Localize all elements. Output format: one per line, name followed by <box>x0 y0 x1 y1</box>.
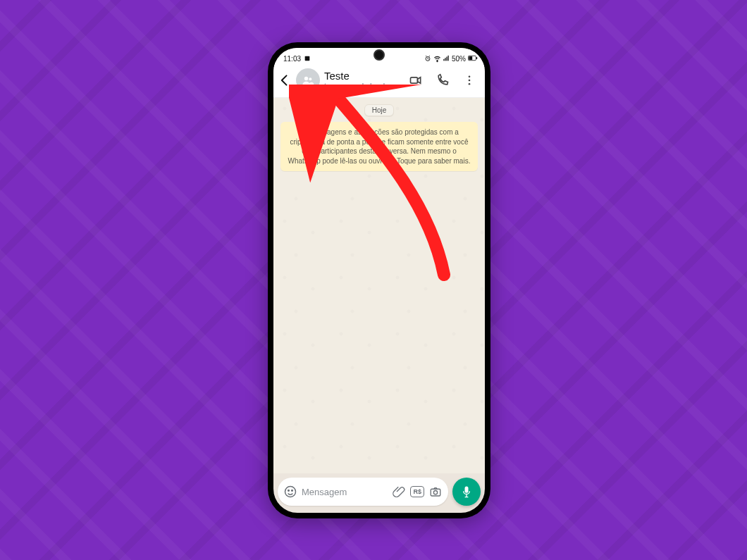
svg-point-11 <box>309 77 311 80</box>
voice-call-button[interactable] <box>434 72 451 89</box>
svg-rect-4 <box>445 58 445 61</box>
svg-rect-19 <box>431 489 440 496</box>
svg-point-17 <box>288 490 290 492</box>
battery-icon <box>468 55 475 62</box>
wifi-icon <box>433 55 440 62</box>
phone-screen: 11:03 50% <box>273 48 485 513</box>
payment-icon[interactable]: R$ <box>410 486 424 497</box>
group-subtitle: toque para dados do gr… <box>324 82 400 90</box>
svg-point-2 <box>437 61 438 62</box>
alarm-icon <box>424 55 431 62</box>
chat-body[interactable]: Hoje As mensagens e as ligações são prot… <box>273 97 485 473</box>
date-chip: Hoje <box>364 104 395 116</box>
back-button[interactable] <box>278 73 292 87</box>
svg-rect-22 <box>465 497 469 497</box>
video-call-button[interactable] <box>407 72 424 89</box>
attach-icon[interactable] <box>392 485 406 499</box>
svg-rect-0 <box>305 56 310 61</box>
punch-hole-camera <box>374 49 385 61</box>
status-left: 11:03 <box>283 55 311 63</box>
svg-point-15 <box>469 83 471 85</box>
svg-rect-21 <box>466 494 467 497</box>
svg-point-18 <box>292 490 293 492</box>
input-bar: Mensagem R$ <box>278 476 481 507</box>
group-avatar[interactable] <box>296 68 320 92</box>
svg-rect-5 <box>446 57 447 61</box>
group-name: Teste <box>324 70 400 82</box>
status-right: 50% <box>424 55 475 63</box>
message-input[interactable]: Mensagem <box>302 487 388 497</box>
more-options-button[interactable] <box>461 72 478 89</box>
chat-header[interactable]: Teste toque para dados do gr… <box>273 63 485 98</box>
svg-rect-6 <box>447 56 448 61</box>
camera-icon[interactable] <box>428 485 443 499</box>
encryption-notice[interactable]: As mensagens e as ligações são protegida… <box>280 122 478 171</box>
svg-rect-3 <box>443 59 444 61</box>
emoji-icon[interactable] <box>283 485 297 499</box>
status-time: 11:03 <box>283 55 301 63</box>
svg-point-14 <box>469 80 471 82</box>
svg-point-16 <box>285 487 296 497</box>
svg-rect-12 <box>411 77 418 83</box>
svg-point-10 <box>304 77 308 80</box>
svg-rect-9 <box>476 57 477 59</box>
signal-icon <box>443 55 450 62</box>
svg-point-20 <box>433 491 437 494</box>
svg-point-13 <box>469 75 471 77</box>
notification-icon <box>304 55 311 62</box>
chat-title-area[interactable]: Teste toque para dados do gr… <box>324 70 400 90</box>
battery-percentage: 50% <box>452 55 466 63</box>
svg-rect-8 <box>469 56 472 60</box>
message-field[interactable]: Mensagem R$ <box>278 478 448 506</box>
phone-frame: 11:03 50% <box>268 42 490 518</box>
mic-button[interactable] <box>452 478 481 506</box>
